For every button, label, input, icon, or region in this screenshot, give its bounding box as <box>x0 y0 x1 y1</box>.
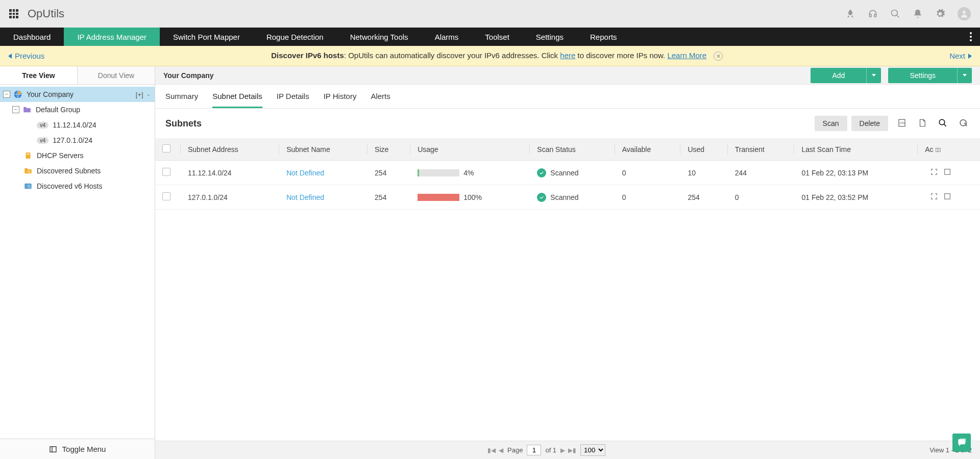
page-prev-icon[interactable]: ◀ <box>499 447 503 454</box>
gear-icon[interactable] <box>935 9 945 19</box>
banner-previous-button[interactable]: Previous <box>8 52 44 60</box>
export-csv-icon[interactable]: CSV <box>895 116 909 131</box>
nav-toolset[interactable]: Toolset <box>472 28 523 46</box>
tree-subnet-item[interactable]: v4 11.12.14.0/24 <box>0 117 155 133</box>
settings-button[interactable]: Settings <box>888 68 958 83</box>
col-scan-status[interactable]: Scan Status <box>530 138 615 161</box>
col-last-scan-time[interactable]: Last Scan Time <box>794 138 918 161</box>
table-row[interactable]: 11.12.14.0/24Not Defined2544%Scanned0102… <box>155 161 980 185</box>
tab-subnet-details[interactable]: Subnet Details <box>212 92 262 108</box>
banner-here-link[interactable]: here <box>560 51 575 60</box>
page-last-icon[interactable]: ▶▮ <box>568 447 576 454</box>
col-available[interactable]: Available <box>615 138 681 161</box>
nav-settings[interactable]: Settings <box>523 28 577 46</box>
headset-icon[interactable] <box>868 9 878 19</box>
tab-tree-view[interactable]: Tree View <box>0 66 78 84</box>
tab-ip-history[interactable]: IP History <box>324 92 357 108</box>
tab-ip-details[interactable]: IP Details <box>277 92 309 108</box>
fullscreen-icon[interactable] <box>930 192 938 200</box>
banner-message: Discover IPv6 hosts: OpUtils can automat… <box>44 51 949 61</box>
cell-scan-status: Scanned <box>537 193 607 202</box>
row-checkbox[interactable] <box>162 168 170 176</box>
export-pdf-icon[interactable] <box>916 116 929 131</box>
topbar-icons <box>845 7 971 20</box>
nav-reports[interactable]: Reports <box>577 28 630 46</box>
cell-subnet-name-link[interactable]: Not Defined <box>286 193 324 201</box>
select-all-checkbox[interactable] <box>162 144 170 152</box>
chat-float-button[interactable] <box>952 434 971 452</box>
cell-size: 254 <box>368 161 410 185</box>
tree-dhcp-servers[interactable]: DHCP Servers <box>0 148 155 163</box>
col-used[interactable]: Used <box>680 138 727 161</box>
tree-expand-all[interactable]: [+] <box>136 91 143 98</box>
nav-more-icon[interactable] <box>962 28 980 46</box>
delete-button[interactable]: Delete <box>851 116 888 131</box>
table-search-icon[interactable] <box>936 116 949 131</box>
search-folder-icon <box>23 166 33 175</box>
refresh-icon[interactable] <box>957 116 970 131</box>
subnets-table: Subnet Address Subnet Name Size Usage Sc… <box>155 138 980 210</box>
nav-networking-tools[interactable]: Networking Tools <box>337 28 422 46</box>
tree-discovered-subnets[interactable]: Discovered Subnets <box>0 163 155 178</box>
banner-learn-more-link[interactable]: Learn More <box>667 51 706 60</box>
banner-close-icon[interactable]: ✕ <box>714 52 723 61</box>
tree-collapse-all[interactable]: - <box>148 91 150 98</box>
nav-ip-address-manager[interactable]: IP Address Manager <box>64 28 160 46</box>
bell-icon[interactable] <box>913 9 923 19</box>
search-icon[interactable] <box>890 9 900 19</box>
svg-rect-4 <box>26 152 31 159</box>
col-size[interactable]: Size <box>368 138 410 161</box>
row-more-icon[interactable] <box>943 168 951 176</box>
tree-subnet-item[interactable]: v4 127.0.1.0/24 <box>0 133 155 148</box>
add-dropdown-button[interactable] <box>867 68 881 83</box>
tab-alerts[interactable]: Alerts <box>371 92 390 108</box>
settings-button-group: Settings <box>888 68 972 83</box>
topbar: OpUtils <box>0 0 980 28</box>
scan-button[interactable]: Scan <box>815 116 847 131</box>
cell-transient: 244 <box>728 161 795 185</box>
nav-alarms[interactable]: Alarms <box>422 28 472 46</box>
settings-dropdown-button[interactable] <box>958 68 972 83</box>
tree-default-group[interactable]: − Default Group <box>0 102 155 117</box>
add-button[interactable]: Add <box>811 68 867 83</box>
server-icon <box>23 151 33 160</box>
cell-subnet-address: 127.0.1.0/24 <box>181 185 279 210</box>
chat-icon <box>957 438 967 448</box>
tree-collapse-icon[interactable]: − <box>12 106 19 113</box>
tree-discovered-v6-hosts[interactable]: Discovered v6 Hosts <box>0 178 155 194</box>
v4-badge-icon: v4 <box>37 122 48 129</box>
col-transient[interactable]: Transient <box>728 138 795 161</box>
table-row[interactable]: 127.0.1.0/24Not Defined254100%Scanned025… <box>155 185 980 210</box>
toggle-menu-button[interactable]: Toggle Menu <box>0 439 155 459</box>
page-size-select[interactable]: 100 <box>580 444 605 456</box>
banner-next-button[interactable]: Next <box>949 52 972 60</box>
nav-dashboard[interactable]: Dashboard <box>0 28 64 46</box>
nav-rogue-detection[interactable]: Rogue Detection <box>253 28 337 46</box>
cell-subnet-name-link[interactable]: Not Defined <box>286 169 324 177</box>
tree-root-your-company[interactable]: − Your Company [+]- <box>0 87 155 102</box>
nav-switch-port-mapper[interactable]: Switch Port Mapper <box>160 28 253 46</box>
col-actions[interactable]: Ac <box>918 138 980 161</box>
page-next-icon[interactable]: ▶ <box>560 447 565 454</box>
page-input[interactable] <box>527 445 541 455</box>
fullscreen-icon[interactable] <box>930 168 938 176</box>
cell-usage: 100% <box>418 193 523 201</box>
col-subnet-address[interactable]: Subnet Address <box>181 138 279 161</box>
row-checkbox[interactable] <box>162 192 170 200</box>
globe-icon <box>13 90 22 99</box>
col-usage[interactable]: Usage <box>410 138 530 161</box>
row-more-icon[interactable] <box>943 192 951 200</box>
tree-collapse-icon[interactable]: − <box>3 91 10 98</box>
cell-subnet-address: 11.12.14.0/24 <box>181 161 279 185</box>
tab-donut-view[interactable]: Donut View <box>78 66 155 84</box>
rocket-icon[interactable] <box>845 9 855 19</box>
pagination-bar: ▮◀ ◀ Page of 1 ▶ ▶▮ 100 View 1 - 2 of 2 <box>155 441 980 459</box>
tab-summary[interactable]: Summary <box>165 92 198 108</box>
svg-rect-9 <box>50 446 56 452</box>
columns-picker-icon[interactable] <box>935 147 941 153</box>
col-subnet-name[interactable]: Subnet Name <box>279 138 368 161</box>
panel-icon <box>49 445 57 453</box>
apps-launcher-icon[interactable] <box>9 9 18 18</box>
user-avatar[interactable] <box>958 7 971 20</box>
page-first-icon[interactable]: ▮◀ <box>487 447 496 454</box>
